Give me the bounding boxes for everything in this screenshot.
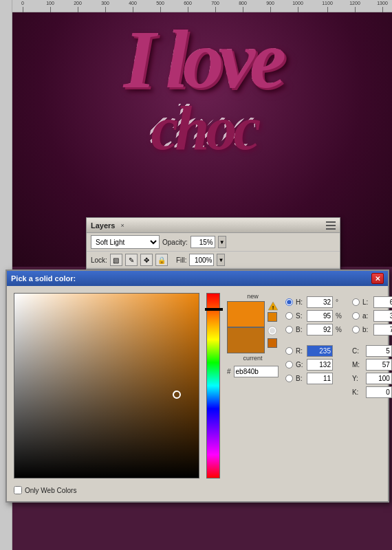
ruler-num-900: 900 <box>266 1 274 6</box>
layers-blend-toolbar: Soft Light Normal Multiply Screen Overla… <box>87 233 340 252</box>
r-input[interactable] <box>307 345 333 357</box>
h-input[interactable] <box>307 296 333 308</box>
color-gradient-field[interactable] <box>14 293 199 478</box>
tick-600 <box>188 7 188 12</box>
divider2 <box>352 338 392 343</box>
color-picker-title: Pick a solid color: <box>11 274 76 283</box>
g-radio[interactable] <box>285 361 293 368</box>
opacity-input[interactable] <box>190 236 215 248</box>
lock-brush-btn[interactable]: ✎ <box>125 254 138 266</box>
gamut-corrected-swatch[interactable] <box>268 312 277 322</box>
s-radio[interactable] <box>285 312 293 320</box>
ruler-num-1000: 1000 <box>292 1 303 6</box>
l-input[interactable] <box>373 296 392 308</box>
hex-row: # <box>227 366 279 377</box>
layers-close-button[interactable]: × <box>120 222 124 229</box>
b3-label: b: <box>362 326 371 333</box>
layers-panel: Layers × Soft Light Normal Multiply Scre… <box>86 217 340 270</box>
a-radio[interactable] <box>352 312 360 320</box>
tick-400 <box>133 7 133 12</box>
ruler-num-300: 300 <box>101 1 109 6</box>
layers-lock-toolbar: Lock: ▧ ✎ ✥ 🔒 Fill: ▼ <box>87 252 340 269</box>
lock-checkered-btn[interactable]: ▧ <box>110 254 122 266</box>
lock-move-btn[interactable]: ✥ <box>140 254 153 266</box>
y-input[interactable] <box>366 373 392 384</box>
k-label: K: <box>352 388 363 396</box>
ruler-num-200: 200 <box>74 1 82 6</box>
k-input[interactable] <box>366 386 392 398</box>
tick-0 <box>23 7 23 12</box>
hue-slider[interactable] <box>206 293 220 478</box>
color-picker-dialog: Pick a solid color: ✕ Only Web Colors ne… <box>6 270 389 503</box>
h-label: H: <box>296 298 304 306</box>
l-row: L: <box>352 296 392 308</box>
ruler-num-400: 400 <box>129 1 137 6</box>
tick-900 <box>270 7 271 12</box>
menu-line-1 <box>326 221 336 223</box>
color-picker-titlebar: Pick a solid color: ✕ <box>7 271 388 286</box>
gamut-warning-icon[interactable]: ! <box>268 301 279 311</box>
fill-input[interactable] <box>189 254 214 266</box>
tick-1300 <box>382 7 383 12</box>
b-label: B: <box>296 326 304 333</box>
b2-input[interactable] <box>307 373 333 384</box>
menu-line-3 <box>326 228 336 230</box>
current-color-swatch[interactable] <box>227 327 265 353</box>
hue-slider-cursor <box>205 308 223 311</box>
fill-arrow-btn[interactable]: ▼ <box>217 254 225 266</box>
r-radio[interactable] <box>285 347 293 355</box>
b2-radio[interactable] <box>285 375 293 382</box>
c-row: C: % <box>352 345 392 357</box>
tick-700 <box>215 7 216 12</box>
m-input[interactable] <box>366 359 392 371</box>
web-safe-swatch[interactable] <box>268 338 277 348</box>
s-input[interactable] <box>307 310 333 322</box>
svg-point-3 <box>270 328 275 333</box>
tick-200 <box>78 7 78 12</box>
hex-input[interactable] <box>234 366 279 377</box>
color-warning-icons: ! <box>268 301 279 353</box>
layers-menu-icon[interactable] <box>326 221 336 230</box>
a-input[interactable] <box>373 310 392 322</box>
tick-100 <box>50 7 51 12</box>
tick-300 <box>105 7 106 12</box>
svg-text:!: ! <box>272 305 274 311</box>
opacity-arrow-btn[interactable]: ▼ <box>218 236 226 248</box>
g-input[interactable] <box>307 359 333 371</box>
opacity-label: Opacity: <box>162 239 188 246</box>
h-unit: ° <box>336 298 338 306</box>
new-color-swatch[interactable] <box>227 301 265 327</box>
a-row: a: <box>352 310 392 322</box>
lock-label: Lock: <box>91 256 107 264</box>
canvas-text-line1: I love <box>124 23 281 97</box>
b-input[interactable] <box>307 324 333 336</box>
tick-500 <box>160 7 161 12</box>
blend-mode-select[interactable]: Soft Light Normal Multiply Screen Overla… <box>91 235 160 249</box>
b2-label: B: <box>296 375 304 382</box>
tick-800 <box>243 7 243 12</box>
tick-1100 <box>327 7 328 12</box>
color-picker-body: Only Web Colors new ! <box>7 286 388 501</box>
only-web-colors-label: Only Web Colors <box>25 487 76 494</box>
c-label: C: <box>352 347 363 355</box>
l-radio[interactable] <box>352 298 360 306</box>
b-radio[interactable] <box>285 326 293 333</box>
s-row: S: % <box>285 310 342 322</box>
ruler-num-500: 500 <box>156 1 164 6</box>
ruler-num-1300: 1300 <box>377 1 388 6</box>
h-radio[interactable] <box>285 298 293 306</box>
m-label: M: <box>352 361 363 368</box>
lock-all-btn[interactable]: 🔒 <box>155 254 168 266</box>
web-safe-icon[interactable] <box>268 326 277 336</box>
y-row: Y: % <box>352 373 392 384</box>
h-row: H: ° <box>285 296 342 308</box>
c-input[interactable] <box>366 345 392 357</box>
menu-line-2 <box>326 225 336 226</box>
only-web-colors-checkbox[interactable] <box>14 486 22 494</box>
m-row: M: % <box>352 359 392 371</box>
b3-input[interactable] <box>373 324 392 336</box>
l-label: L: <box>362 298 371 306</box>
canvas-text-line2: choc <box>149 97 256 156</box>
color-picker-close-button[interactable]: ✕ <box>371 273 384 284</box>
b3-radio[interactable] <box>352 326 360 333</box>
